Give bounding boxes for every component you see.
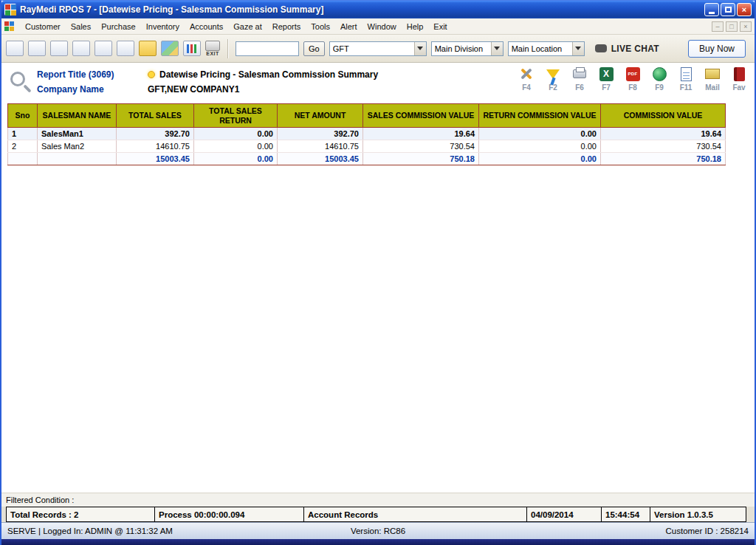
excel-export-f7-button[interactable]: X F7 — [595, 66, 617, 92]
report-status-bar: Total Records : 2 Process 00:00:00.094 A… — [1, 507, 755, 522]
location-dropdown[interactable]: Main Location — [508, 41, 585, 56]
window-title: RayMedi RPOS 7 - [Datewise Pricing - Sal… — [20, 4, 704, 15]
company-dropdown-value: GFT — [333, 44, 411, 53]
search-magnifier-icon[interactable] — [10, 72, 25, 86]
chevron-down-icon — [572, 42, 584, 55]
preview-f11-button[interactable]: F11 — [675, 66, 697, 92]
filter-f2-button[interactable]: F2 — [542, 66, 564, 92]
titlebar[interactable]: RayMedi RPOS 7 - [Datewise Pricing - Sal… — [1, 1, 755, 18]
col-sales-commission-value[interactable]: SALES COMMISSION VALUE — [363, 104, 479, 128]
quick-search-input[interactable] — [236, 41, 299, 56]
pdf-export-icon: PDF — [626, 67, 640, 81]
open-folder-icon[interactable] — [139, 41, 157, 56]
cell-sno: 1 — [8, 128, 38, 140]
close-button[interactable]: × — [737, 3, 752, 16]
exit-button[interactable]: EXIT — [205, 41, 220, 56]
calculator-icon[interactable] — [72, 41, 90, 56]
print-f6-button[interactable]: F6 — [568, 66, 591, 92]
live-chat-button[interactable]: LIVE CHAT — [595, 44, 659, 54]
menu-reports[interactable]: Reports — [267, 20, 306, 33]
menu-window[interactable]: Window — [362, 20, 402, 33]
division-dropdown-value: Main Division — [435, 44, 488, 53]
customer-id: Customer ID : 258214 — [665, 527, 749, 535]
division-dropdown[interactable]: Main Division — [431, 41, 504, 56]
menu-tools[interactable]: Tools — [306, 20, 335, 33]
menu-alert[interactable]: Alert — [335, 20, 362, 33]
total-sno — [8, 153, 38, 165]
minimize-button[interactable] — [704, 3, 719, 16]
menu-customer[interactable]: Customer — [20, 20, 66, 33]
toolbar: EXIT Go GFT Main Division Main Location … — [1, 35, 755, 63]
filtered-condition-label: Filtered Condition : — [6, 496, 74, 504]
menubar: Customer Sales Purchase Inventory Accoun… — [1, 18, 755, 35]
window-bottom-border — [1, 539, 755, 545]
report-body: Sno SALESMAN NAME TOTAL SALES TOTAL SALE… — [1, 103, 755, 493]
col-commission-value[interactable]: COMMISSION VALUE — [601, 104, 726, 128]
pdf-export-f8-button[interactable]: PDF F8 — [622, 66, 644, 92]
table-report-icon[interactable] — [6, 41, 24, 56]
menu-purchase[interactable]: Purchase — [96, 20, 140, 33]
table-row[interactable]: 2 Sales Man2 14610.75 0.00 14610.75 730.… — [8, 140, 726, 153]
exit-plug-icon — [205, 41, 220, 51]
image-icon[interactable] — [161, 41, 179, 56]
cell-commission-value: 730.54 — [601, 140, 726, 153]
process-time-status: Process 00:00:00.094 — [154, 507, 304, 522]
cell-sno: 2 — [8, 140, 38, 153]
chart-icon[interactable] — [183, 41, 201, 56]
settings-f4-button[interactable]: F4 — [515, 66, 537, 92]
login-status: SERVE | Logged In: ADMIN @ 11:31:32 AM — [7, 527, 173, 535]
favorites-icon — [734, 67, 745, 81]
go-button[interactable]: Go — [303, 41, 325, 56]
report-header: Report Title (3069) Datewise Pricing - S… — [1, 63, 755, 103]
menu-gaze-at[interactable]: Gaze at — [228, 20, 267, 33]
cell-total-sales: 14610.75 — [117, 140, 194, 153]
print-icon — [573, 69, 586, 78]
total-total-sales: 15003.45 — [117, 153, 194, 165]
mdi-minimize-button[interactable]: – — [712, 21, 724, 32]
buy-now-button[interactable]: Buy Now — [688, 40, 746, 58]
col-sno[interactable]: Sno — [8, 104, 38, 128]
company-name-label: Company Name — [37, 84, 148, 95]
version-status: Version 1.0.3.5 — [650, 507, 746, 522]
cell-total-sales-return: 0.00 — [194, 140, 278, 153]
menu-inventory[interactable]: Inventory — [141, 20, 185, 33]
maximize-button[interactable] — [721, 3, 735, 16]
menu-exit[interactable]: Exit — [428, 20, 452, 33]
col-salesman-name[interactable]: SALESMAN NAME — [38, 104, 117, 128]
menu-sales[interactable]: Sales — [66, 20, 97, 33]
web-export-f9-button[interactable]: F9 — [648, 66, 670, 92]
cell-total-sales-return: 0.00 — [194, 128, 278, 140]
fn-label: F8 — [628, 83, 637, 92]
totals-row: 15003.45 0.00 15003.45 750.18 0.00 750.1… — [8, 153, 726, 165]
live-chat-label: LIVE CHAT — [611, 44, 659, 54]
cell-salesman-name: SalesMan1 — [38, 128, 117, 140]
col-net-amount[interactable]: NET AMOUNT — [278, 104, 363, 128]
menu-accounts[interactable]: Accounts — [185, 20, 228, 33]
print-icon[interactable] — [50, 41, 68, 56]
company-dropdown[interactable]: GFT — [329, 41, 427, 56]
col-return-commission-value[interactable]: RETURN COMMISSION VALUE — [479, 104, 601, 128]
filter-icon — [546, 69, 560, 79]
chevron-down-icon — [414, 42, 426, 55]
cell-salesman-name: Sales Man2 — [38, 140, 117, 153]
mdi-close-button[interactable]: × — [740, 21, 752, 32]
save-report-icon[interactable] — [28, 41, 46, 56]
total-salesman-name — [38, 153, 117, 165]
col-total-sales-return[interactable]: TOTAL SALES RETURN — [194, 104, 278, 128]
fn-label: F4 — [522, 83, 531, 92]
mail-button[interactable]: Mail — [701, 66, 724, 92]
favorites-button[interactable]: Fav — [728, 66, 750, 92]
cell-sales-commission-value: 19.64 — [363, 128, 479, 140]
menu-help[interactable]: Help — [402, 20, 429, 33]
app-logo-icon — [4, 4, 16, 16]
cell-return-commission-value: 0.00 — [479, 128, 601, 140]
col-total-sales[interactable]: TOTAL SALES — [117, 104, 194, 128]
report-title-text: Datewise Pricing - Salesman Commission S… — [159, 69, 378, 80]
table-row[interactable]: 1 SalesMan1 392.70 0.00 392.70 19.64 0.0… — [8, 128, 726, 140]
document-search-icon[interactable] — [117, 41, 134, 56]
company-name-value: GFT,NEW COMPANY1 — [148, 84, 239, 95]
mdi-restore-button[interactable]: □ — [726, 21, 738, 32]
notes-icon[interactable] — [94, 41, 112, 56]
filtered-condition: Filtered Condition : — [1, 493, 755, 507]
account-records-status: Account Records — [303, 507, 527, 522]
